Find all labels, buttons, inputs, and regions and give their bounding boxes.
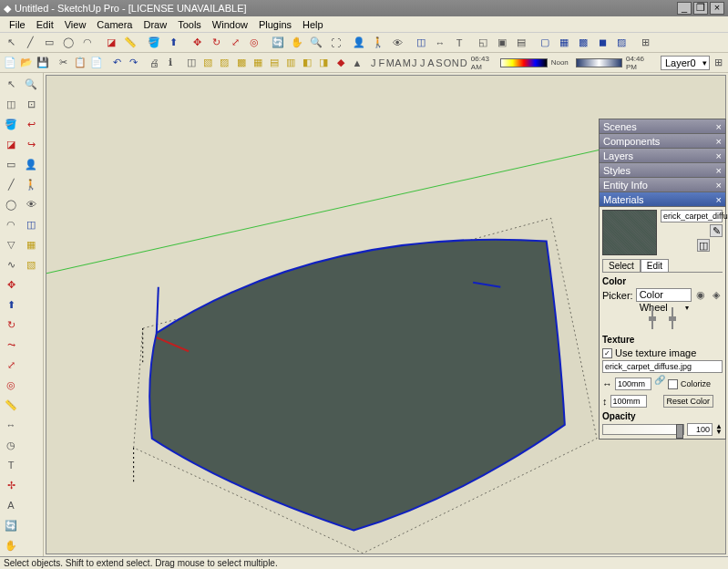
make-component-icon[interactable]: ◫ [183,54,199,72]
eraser-tool-icon[interactable]: ◪ [2,135,20,153]
texture-height-field[interactable] [610,395,647,408]
opacity-value-field[interactable] [687,423,713,436]
opacity-slider[interactable] [602,424,684,435]
look-icon[interactable]: 👁 [388,34,406,52]
pan-icon[interactable]: ✋ [288,34,306,52]
pushpull-tool-icon[interactable]: ⬆ [2,295,20,314]
face-style-3-icon[interactable]: ▩ [574,34,592,52]
colorize-checkbox[interactable] [668,379,678,389]
create-material-icon[interactable]: ◫ [697,239,710,252]
walk-tool-icon[interactable]: 🚶 [22,175,40,193]
zoom-icon[interactable]: 🔍 [307,34,325,52]
prev-view-tool-icon[interactable]: ↩ [22,115,40,133]
text-tool-icon[interactable]: T [2,456,20,474]
arc-tool-icon[interactable]: ◠ [2,215,20,233]
shadow-months[interactable]: JFMAMJJASOND [370,57,467,68]
panel-styles[interactable]: Styles× [599,162,726,177]
style4-icon[interactable]: ▦ [250,54,265,72]
menu-plugins[interactable]: Plugins [253,19,297,30]
style8-icon[interactable]: ◨ [316,54,332,72]
tape-icon[interactable]: 📏 [121,34,139,52]
zoom-extents-icon[interactable]: ⛶ [326,34,344,52]
select-tool-icon[interactable]: ↖ [2,75,20,93]
menu-edit[interactable]: Edit [31,19,59,30]
tab-edit[interactable]: Edit [641,259,669,272]
paint-icon[interactable]: 🪣 [145,34,163,52]
picker-match2-icon[interactable]: ◈ [710,289,723,302]
paint-tool-icon[interactable]: 🪣 [2,115,20,133]
style9-icon[interactable]: ◆ [333,54,348,72]
rectangle-icon[interactable]: ▭ [40,34,58,52]
dim-tool-icon[interactable]: ↔ [2,416,20,434]
scale-tool-icon[interactable]: ⤢ [2,356,20,374]
move-icon[interactable]: ✥ [188,34,206,52]
style5-icon[interactable]: ▤ [266,54,282,72]
position-cam-tool-icon[interactable]: 👤 [22,155,40,173]
text-icon[interactable]: T [450,34,468,52]
front-icon[interactable]: ▤ [512,34,530,52]
texture-width-field[interactable] [615,378,651,390]
pan-tool-icon[interactable]: ✋ [2,536,20,554]
offset-tool-icon[interactable]: ◎ [2,376,20,394]
menu-tools[interactable]: Tools [172,19,207,30]
maximize-button[interactable]: ❐ [693,2,708,15]
followme-tool-icon[interactable]: ⤳ [2,336,20,354]
print-icon[interactable]: 🖨 [147,54,162,72]
select-icon[interactable]: ↖ [2,34,20,52]
protractor-tool-icon[interactable]: ◷ [2,436,20,454]
section-tool-icon[interactable]: ◫ [22,215,40,233]
freehand-tool-icon[interactable]: ∿ [2,255,20,274]
face-style-2-icon[interactable]: ▦ [555,34,573,52]
move-tool-icon[interactable]: ✥ [2,275,20,294]
look-tool-icon[interactable]: 👁 [22,195,40,213]
picker-dropdown[interactable]: Color Wheel [636,288,692,302]
minimize-button[interactable]: _ [677,2,692,15]
style10-icon[interactable]: ▲ [349,54,364,72]
menu-help[interactable]: Help [297,19,329,30]
3dtext-tool-icon[interactable]: A [2,496,20,514]
eraser-icon[interactable]: ◪ [102,34,120,52]
rotate-icon[interactable]: ↻ [207,34,225,52]
menu-draw[interactable]: Draw [138,19,172,30]
shadow-month-slider[interactable] [500,58,547,67]
paste-icon[interactable]: 📄 [88,54,104,72]
section-icon[interactable]: ◫ [412,34,430,52]
dimension-icon[interactable]: ↔ [431,34,449,52]
new-icon[interactable]: 📄 [2,54,17,72]
sandbox-tool-icon[interactable]: ▦ [22,235,40,253]
face-style-5-icon[interactable]: ▨ [612,34,631,52]
style7-icon[interactable]: ◧ [300,54,315,72]
style1-icon[interactable]: ▧ [200,54,216,72]
face-style-1-icon[interactable]: ▢ [536,34,554,52]
zoom-window-tool-icon[interactable]: ⊡ [22,95,40,113]
eyedropper-icon[interactable]: ✎ [710,224,723,237]
opacity-spinner[interactable]: ▲▼ [715,424,723,435]
component-tool-icon[interactable]: ◫ [2,95,20,113]
top-icon[interactable]: ▣ [493,34,511,52]
arc-icon[interactable]: ◠ [78,34,97,52]
next-view-tool-icon[interactable]: ↪ [22,135,40,153]
pushpull-icon[interactable]: ⬆ [164,34,182,52]
picker-match-icon[interactable]: ◉ [694,289,707,302]
tape-tool-icon[interactable]: 📏 [2,396,20,414]
face-style-4-icon[interactable]: ◼ [593,34,611,52]
close-button[interactable]: × [710,2,724,15]
shadow-time-slider[interactable] [576,58,622,67]
iso-icon[interactable]: ◱ [474,34,492,52]
zoom-tool-icon[interactable]: 🔍 [22,75,40,93]
use-texture-checkbox[interactable]: ✓ [602,348,612,358]
cut-icon[interactable]: ✂ [56,54,71,72]
rotate-tool-icon[interactable]: ↻ [2,316,20,334]
circle-icon[interactable]: ◯ [59,34,77,52]
model-info-icon[interactable]: ℹ [163,54,179,72]
style6-icon[interactable]: ▥ [283,54,299,72]
style3-icon[interactable]: ▩ [233,54,249,72]
orbit-icon[interactable]: 🔄 [269,34,287,52]
menu-view[interactable]: View [59,19,92,30]
walk-icon[interactable]: 🚶 [369,34,387,52]
layer-manager-icon[interactable]: ⊞ [711,54,726,72]
rect-tool-icon[interactable]: ▭ [2,155,20,173]
scale-icon[interactable]: ⤢ [226,34,244,52]
panel-components[interactable]: Components× [599,133,726,148]
panel-entity-info[interactable]: Entity Info× [599,177,726,191]
